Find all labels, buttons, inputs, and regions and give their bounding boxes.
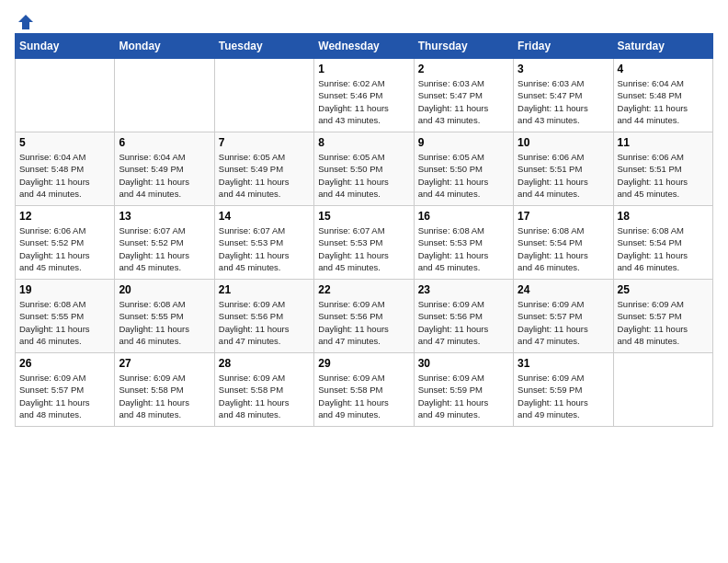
day-number: 19: [19, 283, 110, 296]
calendar-cell: 27Sunrise: 6:09 AM Sunset: 5:58 PM Dayli…: [115, 353, 214, 427]
day-info: Sunrise: 6:05 AM Sunset: 5:50 PM Dayligh…: [318, 151, 409, 200]
day-number: 29: [318, 357, 409, 370]
day-number: 10: [518, 136, 609, 149]
day-number: 25: [618, 283, 709, 296]
day-info: Sunrise: 6:08 AM Sunset: 5:55 PM Dayligh…: [119, 298, 210, 347]
weekday-header-wednesday: Wednesday: [314, 34, 414, 59]
calendar-cell: 4Sunrise: 6:04 AM Sunset: 5:48 PM Daylig…: [613, 59, 712, 132]
calendar-cell: 3Sunrise: 6:03 AM Sunset: 5:47 PM Daylig…: [514, 59, 613, 132]
calendar-cell: [613, 353, 712, 427]
weekday-header-tuesday: Tuesday: [214, 34, 313, 59]
day-info: Sunrise: 6:09 AM Sunset: 5:57 PM Dayligh…: [618, 298, 709, 347]
calendar-cell: 24Sunrise: 6:09 AM Sunset: 5:57 PM Dayli…: [514, 280, 613, 353]
weekday-header-friday: Friday: [514, 34, 613, 59]
day-number: 17: [518, 210, 609, 223]
calendar-cell: 25Sunrise: 6:09 AM Sunset: 5:57 PM Dayli…: [613, 280, 712, 353]
svg-marker-0: [18, 15, 33, 29]
day-info: Sunrise: 6:09 AM Sunset: 5:58 PM Dayligh…: [318, 372, 409, 420]
day-info: Sunrise: 6:09 AM Sunset: 5:58 PM Dayligh…: [119, 372, 210, 420]
calendar-cell: [214, 59, 313, 132]
day-number: 3: [518, 63, 609, 75]
day-info: Sunrise: 6:03 AM Sunset: 5:47 PM Dayligh…: [518, 77, 609, 126]
calendar-week-row: 12Sunrise: 6:06 AM Sunset: 5:52 PM Dayli…: [16, 206, 713, 280]
calendar-cell: 6Sunrise: 6:04 AM Sunset: 5:49 PM Daylig…: [115, 132, 214, 206]
day-number: 1: [318, 63, 409, 75]
calendar-cell: 23Sunrise: 6:09 AM Sunset: 5:56 PM Dayli…: [414, 280, 513, 353]
calendar-header-row: SundayMondayTuesdayWednesdayThursdayFrid…: [16, 34, 713, 59]
day-number: 6: [119, 136, 210, 149]
day-number: 23: [418, 283, 509, 296]
day-number: 11: [618, 136, 709, 149]
day-info: Sunrise: 6:05 AM Sunset: 5:49 PM Dayligh…: [219, 151, 310, 200]
day-number: 5: [19, 136, 110, 149]
calendar-cell: 12Sunrise: 6:06 AM Sunset: 5:52 PM Dayli…: [16, 206, 115, 280]
calendar-cell: 14Sunrise: 6:07 AM Sunset: 5:53 PM Dayli…: [214, 206, 313, 280]
day-number: 24: [518, 283, 609, 296]
day-info: Sunrise: 6:04 AM Sunset: 5:48 PM Dayligh…: [19, 151, 110, 200]
day-number: 4: [618, 63, 709, 75]
day-number: 2: [418, 63, 509, 75]
day-number: 9: [418, 136, 509, 149]
calendar-cell: 15Sunrise: 6:07 AM Sunset: 5:53 PM Dayli…: [314, 206, 414, 280]
day-number: 31: [518, 357, 609, 370]
calendar-cell: 2Sunrise: 6:03 AM Sunset: 5:47 PM Daylig…: [414, 59, 513, 132]
calendar-cell: 10Sunrise: 6:06 AM Sunset: 5:51 PM Dayli…: [514, 132, 613, 206]
calendar-table: SundayMondayTuesdayWednesdayThursdayFrid…: [15, 33, 713, 427]
day-info: Sunrise: 6:08 AM Sunset: 5:54 PM Dayligh…: [518, 224, 609, 273]
day-number: 16: [418, 210, 509, 223]
day-info: Sunrise: 6:06 AM Sunset: 5:51 PM Dayligh…: [618, 151, 709, 200]
day-number: 27: [119, 357, 210, 370]
day-info: Sunrise: 6:04 AM Sunset: 5:49 PM Dayligh…: [119, 151, 210, 200]
day-info: Sunrise: 6:02 AM Sunset: 5:46 PM Dayligh…: [318, 77, 409, 126]
calendar-cell: [16, 59, 115, 132]
calendar-week-row: 19Sunrise: 6:08 AM Sunset: 5:55 PM Dayli…: [16, 280, 713, 353]
day-info: Sunrise: 6:05 AM Sunset: 5:50 PM Dayligh…: [418, 151, 509, 200]
day-number: 8: [318, 136, 409, 149]
calendar-cell: 7Sunrise: 6:05 AM Sunset: 5:49 PM Daylig…: [214, 132, 313, 206]
day-number: 7: [219, 136, 310, 149]
calendar-cell: 16Sunrise: 6:08 AM Sunset: 5:53 PM Dayli…: [414, 206, 513, 280]
calendar-cell: 22Sunrise: 6:09 AM Sunset: 5:56 PM Dayli…: [314, 280, 414, 353]
calendar-week-row: 1Sunrise: 6:02 AM Sunset: 5:46 PM Daylig…: [16, 59, 713, 132]
calendar-cell: 13Sunrise: 6:07 AM Sunset: 5:52 PM Dayli…: [115, 206, 214, 280]
day-number: 26: [19, 357, 110, 370]
day-info: Sunrise: 6:06 AM Sunset: 5:52 PM Dayligh…: [19, 224, 110, 273]
calendar-cell: 8Sunrise: 6:05 AM Sunset: 5:50 PM Daylig…: [314, 132, 414, 206]
day-info: Sunrise: 6:08 AM Sunset: 5:54 PM Dayligh…: [618, 224, 709, 273]
day-info: Sunrise: 6:08 AM Sunset: 5:55 PM Dayligh…: [19, 298, 110, 347]
day-number: 12: [19, 210, 110, 223]
calendar-cell: 19Sunrise: 6:08 AM Sunset: 5:55 PM Dayli…: [16, 280, 115, 353]
day-info: Sunrise: 6:07 AM Sunset: 5:53 PM Dayligh…: [219, 224, 310, 273]
day-number: 14: [219, 210, 310, 223]
calendar-cell: 21Sunrise: 6:09 AM Sunset: 5:56 PM Dayli…: [214, 280, 313, 353]
page-header: [15, 15, 713, 26]
calendar-cell: 5Sunrise: 6:04 AM Sunset: 5:48 PM Daylig…: [16, 132, 115, 206]
calendar-cell: 17Sunrise: 6:08 AM Sunset: 5:54 PM Dayli…: [514, 206, 613, 280]
calendar-cell: 26Sunrise: 6:09 AM Sunset: 5:57 PM Dayli…: [16, 353, 115, 427]
calendar-cell: 30Sunrise: 6:09 AM Sunset: 5:59 PM Dayli…: [414, 353, 513, 427]
day-info: Sunrise: 6:09 AM Sunset: 5:57 PM Dayligh…: [518, 298, 609, 347]
day-info: Sunrise: 6:09 AM Sunset: 5:56 PM Dayligh…: [418, 298, 509, 347]
weekday-header-sunday: Sunday: [16, 34, 115, 59]
calendar-cell: 9Sunrise: 6:05 AM Sunset: 5:50 PM Daylig…: [414, 132, 513, 206]
calendar-cell: 20Sunrise: 6:08 AM Sunset: 5:55 PM Dayli…: [115, 280, 214, 353]
calendar-cell: 18Sunrise: 6:08 AM Sunset: 5:54 PM Dayli…: [613, 206, 712, 280]
day-info: Sunrise: 6:06 AM Sunset: 5:51 PM Dayligh…: [518, 151, 609, 200]
calendar-cell: [115, 59, 214, 132]
day-info: Sunrise: 6:09 AM Sunset: 5:59 PM Dayligh…: [518, 372, 609, 420]
weekday-header-monday: Monday: [115, 34, 214, 59]
day-info: Sunrise: 6:08 AM Sunset: 5:53 PM Dayligh…: [418, 224, 509, 273]
calendar-cell: 31Sunrise: 6:09 AM Sunset: 5:59 PM Dayli…: [514, 353, 613, 427]
day-info: Sunrise: 6:07 AM Sunset: 5:52 PM Dayligh…: [119, 224, 210, 273]
weekday-header-saturday: Saturday: [613, 34, 712, 59]
day-info: Sunrise: 6:09 AM Sunset: 5:59 PM Dayligh…: [418, 372, 509, 420]
logo-icon: [17, 13, 35, 31]
day-info: Sunrise: 6:09 AM Sunset: 5:57 PM Dayligh…: [19, 372, 110, 420]
weekday-header-thursday: Thursday: [414, 34, 513, 59]
calendar-cell: 11Sunrise: 6:06 AM Sunset: 5:51 PM Dayli…: [613, 132, 712, 206]
day-number: 15: [318, 210, 409, 223]
day-number: 21: [219, 283, 310, 296]
calendar-week-row: 26Sunrise: 6:09 AM Sunset: 5:57 PM Dayli…: [16, 353, 713, 427]
calendar-cell: 1Sunrise: 6:02 AM Sunset: 5:46 PM Daylig…: [314, 59, 414, 132]
day-info: Sunrise: 6:07 AM Sunset: 5:53 PM Dayligh…: [318, 224, 409, 273]
